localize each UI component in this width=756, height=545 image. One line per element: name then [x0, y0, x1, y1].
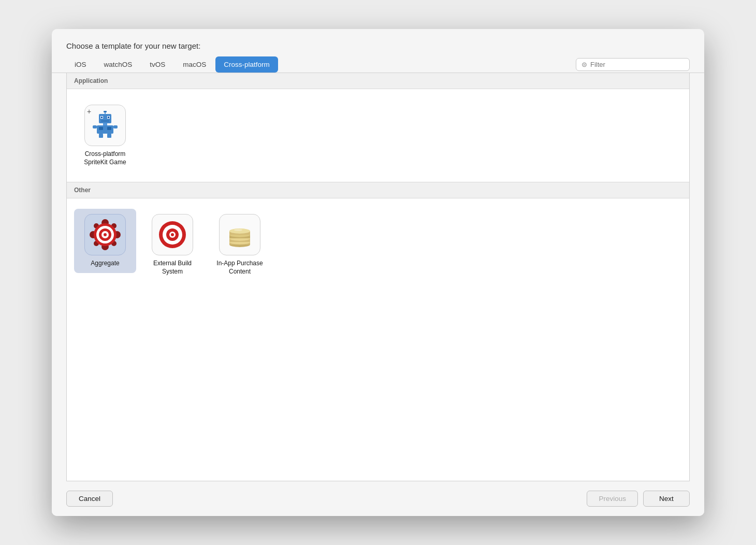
plus-badge: + — [87, 107, 91, 116]
template-in-app-purchase[interactable]: In-App Purchase Content — [209, 209, 271, 281]
section-header-other: Other — [67, 182, 689, 198]
svg-rect-11 — [107, 134, 111, 138]
dialog-title: Choose a template for your new target: — [52, 29, 704, 56]
aggregate-icon — [89, 219, 121, 251]
template-label-in-app-purchase: In-App Purchase Content — [213, 260, 267, 276]
filter-icon: ⊜ — [581, 61, 587, 68]
svg-point-43 — [234, 229, 242, 231]
template-icon-aggregate — [84, 214, 126, 255]
next-button[interactable]: Next — [643, 491, 690, 507]
tab-macos[interactable]: macOS — [175, 56, 214, 73]
svg-point-28 — [104, 233, 107, 236]
svg-rect-13 — [113, 125, 118, 128]
svg-point-33 — [171, 233, 174, 236]
tab-tvos[interactable]: tvOS — [141, 56, 173, 73]
template-label-aggregate: Aggregate — [91, 260, 119, 268]
template-external-build[interactable]: External Build System — [141, 209, 203, 281]
template-label-external-build: External Build System — [146, 260, 199, 276]
section-header-application: Application — [67, 73, 689, 89]
tabs-bar: iOS watchOS tvOS macOS Cross-platform ⊜ — [52, 56, 704, 73]
tab-watchos[interactable]: watchOS — [96, 56, 141, 73]
tab-ios[interactable]: iOS — [66, 56, 95, 73]
svg-rect-3 — [101, 117, 103, 118]
template-icon-in-app-purchase — [219, 214, 260, 255]
footer: Cancel Previous Next — [52, 481, 704, 516]
previous-button[interactable]: Previous — [587, 491, 638, 507]
content-area: Application + — [66, 73, 690, 481]
external-build-icon — [156, 219, 188, 251]
filter-input[interactable] — [590, 61, 684, 68]
robot-icon — [91, 111, 120, 140]
svg-rect-8 — [99, 127, 103, 130]
coins-icon — [224, 219, 256, 251]
filter-box[interactable]: ⊜ — [576, 58, 690, 71]
svg-rect-9 — [107, 127, 111, 130]
template-icon-external-build — [152, 214, 193, 255]
svg-rect-6 — [103, 123, 107, 125]
svg-rect-5 — [101, 120, 109, 122]
template-aggregate[interactable]: Aggregate — [74, 209, 136, 273]
footer-right: Previous Next — [587, 491, 690, 507]
other-grid: Aggregate External Build System — [67, 198, 689, 291]
template-icon-spritekit: + — [84, 105, 126, 146]
tab-cross-platform[interactable]: Cross-platform — [215, 56, 278, 73]
application-grid: + — [67, 89, 689, 182]
svg-rect-12 — [93, 125, 97, 128]
template-cross-platform-spritekit[interactable]: + — [74, 99, 136, 171]
svg-rect-10 — [99, 134, 103, 138]
dialog: Choose a template for your new target: i… — [52, 29, 704, 516]
svg-rect-4 — [108, 117, 109, 118]
template-label-spritekit: Cross-platform SpriteKit Game — [84, 150, 126, 166]
cancel-button[interactable]: Cancel — [66, 491, 113, 507]
svg-rect-15 — [104, 111, 107, 112]
